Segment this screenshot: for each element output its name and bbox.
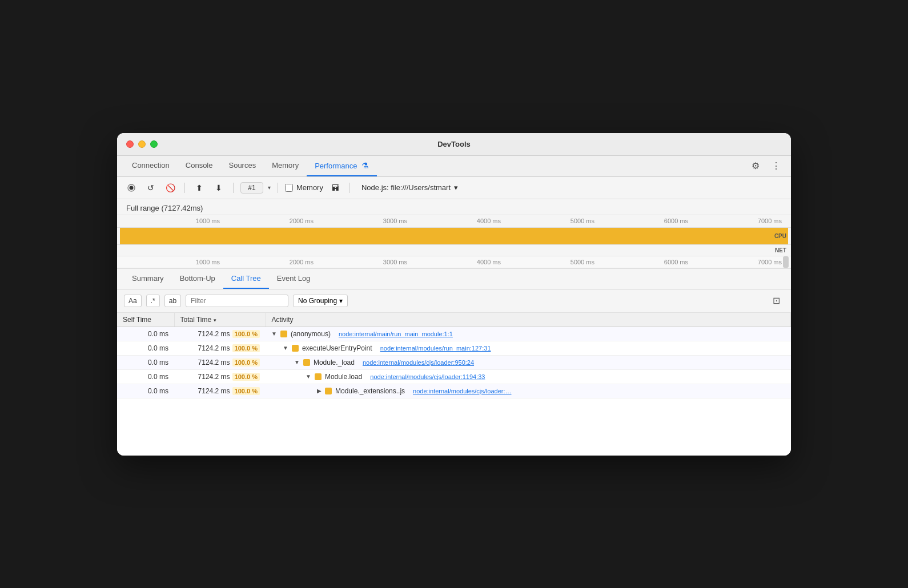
cpu-bar-container: CPU [117, 228, 791, 245]
activity-link[interactable]: node:internal/main/run_main_module:1:1 [339, 331, 453, 337]
tab-console[interactable]: Console [178, 156, 221, 176]
self-time-cell: 0.0 ms [117, 369, 174, 384]
total-time-cell: 7124.2 ms100.0 % [174, 384, 266, 398]
self-time-cell: 0.0 ms [117, 384, 174, 398]
th-activity[interactable]: Activity [266, 313, 791, 327]
ruler-mark-4000: 4000 ms [477, 218, 501, 224]
recording-dropdown[interactable]: ▾ [268, 184, 271, 191]
expand-arrow[interactable]: ▼ [283, 345, 288, 351]
call-tree-table: Self Time Total Time ▾ Activity 0.0 ms71… [117, 313, 791, 398]
target-dropdown-arrow[interactable]: ▾ [454, 183, 458, 192]
timeline-ruler-top: 1000 ms 2000 ms 3000 ms 4000 ms 5000 ms … [117, 215, 791, 228]
tab-bottom-up[interactable]: Bottom-Up [172, 269, 223, 289]
activity-color-box [315, 373, 322, 380]
activity-link[interactable]: node:internal/modules/run_main:127:31 [380, 345, 491, 352]
ruler-mark-7000: 7000 ms [758, 218, 782, 224]
total-time-cell: 7124.2 ms100.0 % [174, 327, 266, 341]
memory-checkbox-input[interactable] [285, 184, 293, 192]
self-time-cell: 0.0 ms [117, 355, 174, 369]
activity-link[interactable]: node:internal/modules/cjs/loader:… [413, 388, 511, 394]
tabs-right: ⚙ ⋮ [748, 158, 784, 174]
record-button[interactable] [124, 180, 139, 195]
expand-arrow[interactable]: ▼ [271, 331, 277, 337]
ruler-mark-b7000: 7000 ms [758, 259, 782, 265]
case-filter-button[interactable]: ab [164, 295, 181, 307]
table-body: 0.0 ms7124.2 ms100.0 %▼(anonymous)node:i… [117, 327, 791, 398]
total-ms: 7124.2 ms [198, 359, 230, 367]
activity-name: (anonymous) [291, 330, 331, 338]
tab-sources[interactable]: Sources [220, 156, 264, 176]
filter-input[interactable] [186, 295, 288, 307]
screenshots-icon[interactable]: 🖬 [328, 180, 343, 195]
activity-link[interactable]: node:internal/modules/cjs/loader:1194:33 [370, 373, 485, 380]
total-pct: 100.0 % [232, 330, 260, 338]
range-label: Full range (7127.42ms) [126, 204, 203, 212]
divider-3 [278, 183, 278, 193]
table-row: 0.0 ms7124.2 ms100.0 %▼Module.loadnode:i… [117, 369, 791, 384]
expand-arrow[interactable]: ▼ [306, 373, 311, 380]
tab-connection[interactable]: Connection [124, 156, 178, 176]
expand-arrow[interactable]: ▶ [317, 388, 322, 394]
minimize-button[interactable] [138, 140, 146, 148]
th-self-time[interactable]: Self Time [117, 313, 174, 327]
net-bar-container: NET [117, 245, 791, 256]
activity-link[interactable]: node:internal/modules/cjs/loader:950:24 [363, 359, 474, 366]
upload-icon[interactable]: ⬆ [192, 180, 207, 195]
ruler-labels-top: 1000 ms 2000 ms 3000 ms 4000 ms 5000 ms … [126, 218, 782, 224]
window-title: DevTools [437, 140, 471, 148]
panel-layout-icon[interactable]: ⊡ [768, 293, 784, 309]
self-time-cell: 0.0 ms [117, 341, 174, 355]
activity-color-box [292, 345, 299, 352]
activity-cell: ▼Module._loadnode:internal/modules/cjs/l… [266, 355, 791, 369]
tabs-bar: Connection Console Sources Memory Perfor… [117, 156, 791, 177]
ruler-mark-b3000: 3000 ms [383, 259, 407, 265]
close-button[interactable] [126, 140, 134, 148]
tab-summary[interactable]: Summary [124, 269, 172, 289]
tab-performance[interactable]: Performance ⚗ [307, 156, 377, 176]
ruler-mark-3000: 3000 ms [383, 218, 407, 224]
activity-color-box [280, 331, 287, 337]
divider-4 [349, 183, 350, 193]
more-options-icon[interactable]: ⋮ [768, 158, 784, 174]
total-ms: 7124.2 ms [198, 387, 230, 395]
download-icon[interactable]: ⬇ [211, 180, 226, 195]
timeline-header: Full range (7127.42ms) [117, 199, 791, 215]
total-time-cell: 7124.2 ms100.0 % [174, 341, 266, 355]
reload-button[interactable]: ↺ [143, 180, 158, 195]
activity-color-box [303, 359, 310, 366]
filter-bar-right: ⊡ [768, 293, 784, 309]
maximize-button[interactable] [150, 140, 158, 148]
tab-memory[interactable]: Memory [264, 156, 307, 176]
divider-2 [233, 183, 234, 193]
table-row: 0.0 ms7124.2 ms100.0 %▼(anonymous)node:i… [117, 327, 791, 341]
tab-event-log[interactable]: Event Log [269, 269, 319, 289]
expand-arrow[interactable]: ▼ [294, 359, 300, 365]
grouping-dropdown[interactable]: No Grouping ▾ [293, 295, 348, 307]
activity-name: executeUserEntryPoint [302, 344, 372, 352]
beaker-icon: ⚗ [361, 161, 369, 170]
timeline-scrollbar[interactable] [783, 256, 789, 268]
toolbar: ↺ 🚫 ⬆ ⬇ #1 ▾ Memory 🖬 Node.js: file:///U… [117, 177, 791, 199]
net-label: NET [775, 247, 786, 253]
grouping-label: No Grouping [298, 297, 337, 305]
sort-arrow-icon: ▾ [214, 317, 216, 323]
total-time-cell: 7124.2 ms100.0 % [174, 355, 266, 369]
table-container[interactable]: Self Time Total Time ▾ Activity 0.0 ms71… [117, 313, 791, 456]
aa-filter-button[interactable]: Aa [124, 295, 142, 307]
activity-cell: ▼executeUserEntryPointnode:internal/modu… [266, 341, 791, 355]
settings-icon[interactable]: ⚙ [748, 158, 764, 174]
target-selector[interactable]: Node.js: file:///Users/stmart ▾ [361, 183, 458, 192]
divider-1 [184, 183, 185, 193]
recording-number[interactable]: #1 [240, 182, 263, 194]
self-time-cell: 0.0 ms [117, 327, 174, 341]
clear-button[interactable]: 🚫 [163, 180, 178, 195]
ruler-mark-b5000: 5000 ms [570, 259, 594, 265]
table-row: 0.0 ms7124.2 ms100.0 %▼Module._loadnode:… [117, 355, 791, 369]
th-total-time[interactable]: Total Time ▾ [174, 313, 266, 327]
table-row: 0.0 ms7124.2 ms100.0 %▶Module._extension… [117, 384, 791, 398]
tab-call-tree[interactable]: Call Tree [223, 269, 269, 289]
regex-filter-button[interactable]: .* [146, 295, 160, 307]
timeline-ruler-bottom[interactable]: 1000 ms 2000 ms 3000 ms 4000 ms 5000 ms … [117, 256, 791, 269]
activity-name: Module.load [325, 373, 362, 381]
memory-checkbox-label[interactable]: Memory [285, 183, 323, 192]
